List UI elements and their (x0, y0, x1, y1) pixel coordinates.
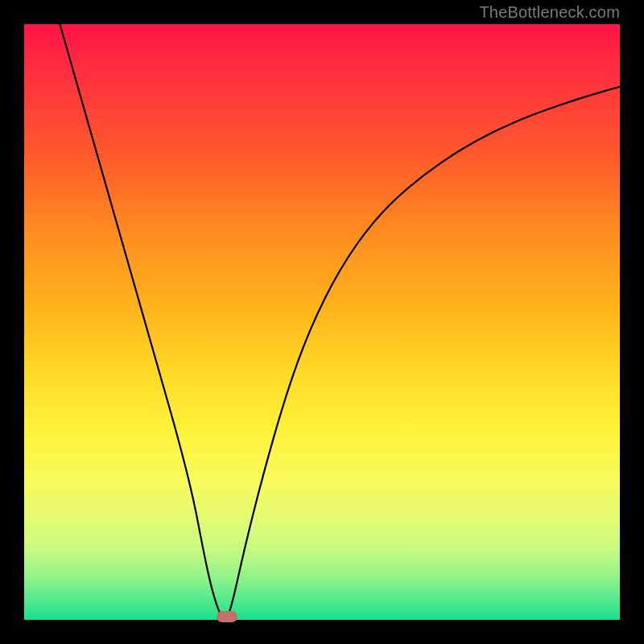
watermark-label: TheBottleneck.com (479, 3, 620, 22)
chart-frame: TheBottleneck.com (0, 0, 644, 644)
dip-marker (217, 611, 237, 622)
plot-area (24, 24, 620, 620)
bottleneck-curve (24, 24, 620, 620)
